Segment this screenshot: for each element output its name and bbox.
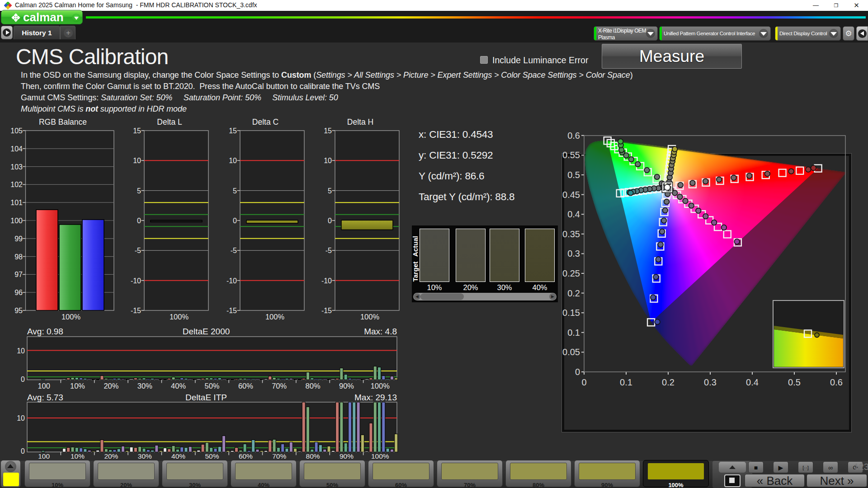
svg-text:RGB Balance: RGB Balance [39, 117, 87, 127]
svg-text:0.5: 0.5 [567, 170, 580, 180]
svg-text:0.15: 0.15 [562, 308, 580, 318]
svg-text:100: 100 [38, 452, 50, 460]
svg-text:0.2: 0.2 [567, 288, 580, 298]
svg-text:0.6: 0.6 [567, 131, 580, 141]
svg-text:-15: -15 [131, 307, 141, 314]
svg-text:0.3: 0.3 [704, 377, 717, 387]
svg-text:70%: 70% [272, 382, 287, 390]
svg-text:0.55: 0.55 [562, 150, 580, 160]
svg-text:20%: 20% [104, 452, 118, 460]
svg-text:0.1: 0.1 [620, 377, 632, 387]
svg-text:0.05: 0.05 [562, 347, 580, 357]
svg-text:-10: -10 [226, 277, 237, 285]
svg-text:5: 5 [233, 187, 237, 195]
svg-text:0: 0 [575, 367, 580, 377]
svg-text:100: 100 [10, 217, 23, 225]
svg-text:10: 10 [133, 157, 141, 164]
svg-text:99: 99 [14, 235, 23, 243]
svg-text:100%: 100% [170, 313, 189, 321]
svg-text:10: 10 [324, 157, 332, 164]
svg-text:97: 97 [14, 271, 23, 278]
svg-text:0: 0 [21, 447, 25, 455]
svg-text:100%: 100% [360, 313, 380, 321]
svg-text:0.3: 0.3 [567, 249, 580, 258]
svg-text:-10: -10 [131, 277, 141, 285]
svg-text:10%: 10% [71, 452, 85, 460]
svg-text:0.1: 0.1 [567, 328, 580, 338]
svg-text:15: 15 [324, 127, 332, 135]
svg-text:0.4: 0.4 [746, 377, 759, 387]
svg-text:30%: 30% [138, 452, 152, 460]
svg-text:10: 10 [17, 414, 25, 422]
svg-text:96: 96 [14, 289, 23, 296]
svg-text:-15: -15 [226, 307, 237, 314]
svg-text:10: 10 [229, 157, 237, 164]
svg-text:Max: 4.8: Max: 4.8 [364, 327, 397, 336]
svg-text:0.4: 0.4 [567, 209, 580, 219]
svg-text:50%: 50% [204, 382, 219, 390]
svg-text:50%: 50% [205, 452, 219, 460]
svg-text:0.25: 0.25 [562, 268, 580, 278]
svg-text:5: 5 [137, 187, 141, 195]
svg-text:Max: 29.13: Max: 29.13 [354, 393, 397, 402]
svg-text:0: 0 [233, 217, 237, 225]
svg-text:30%: 30% [137, 382, 152, 390]
svg-text:-10: -10 [321, 277, 332, 285]
svg-text:102: 102 [10, 181, 23, 188]
svg-text:Delta L: Delta L [157, 117, 182, 127]
svg-text:100%: 100% [371, 382, 390, 390]
svg-text:0.2: 0.2 [662, 377, 675, 387]
svg-text:Avg: 5.73: Avg: 5.73 [27, 393, 63, 402]
svg-text:0: 0 [137, 217, 141, 225]
svg-text:80%: 80% [306, 382, 321, 390]
svg-text:40%: 40% [171, 382, 186, 390]
svg-text:DeltaE 2000: DeltaE 2000 [183, 327, 230, 336]
svg-text:DeltaE ITP: DeltaE ITP [185, 393, 227, 402]
svg-text:0: 0 [21, 375, 25, 383]
svg-text:0.35: 0.35 [562, 229, 580, 239]
svg-text:0.5: 0.5 [788, 377, 801, 387]
svg-text:-5: -5 [231, 247, 237, 254]
svg-text:0: 0 [581, 377, 586, 387]
svg-text:0: 0 [328, 217, 332, 225]
svg-text:101: 101 [10, 199, 23, 206]
svg-text:100%: 100% [265, 313, 285, 321]
svg-text:100%: 100% [61, 313, 81, 321]
svg-text:90%: 90% [340, 452, 354, 460]
svg-text:5: 5 [328, 187, 332, 195]
svg-text:104: 104 [10, 145, 23, 153]
svg-text:95: 95 [14, 307, 23, 314]
svg-text:90%: 90% [339, 382, 354, 390]
svg-text:10: 10 [17, 347, 25, 355]
svg-text:105: 105 [10, 127, 23, 135]
svg-text:Delta C: Delta C [252, 117, 278, 127]
svg-text:-5: -5 [326, 247, 332, 254]
svg-text:Delta H: Delta H [347, 117, 373, 127]
svg-text:40%: 40% [171, 452, 185, 460]
svg-text:15: 15 [229, 127, 237, 135]
svg-text:103: 103 [10, 163, 23, 171]
svg-text:Avg: 0.98: Avg: 0.98 [27, 327, 63, 336]
svg-text:60%: 60% [238, 382, 253, 390]
svg-text:0.45: 0.45 [562, 190, 580, 200]
svg-text:-15: -15 [321, 307, 332, 314]
svg-text:60%: 60% [239, 452, 253, 460]
svg-text:98: 98 [14, 253, 23, 261]
svg-text:20%: 20% [104, 382, 118, 390]
svg-text:100%: 100% [371, 452, 389, 460]
svg-text:80%: 80% [306, 452, 320, 460]
svg-text:0.6: 0.6 [830, 377, 843, 387]
svg-text:10%: 10% [70, 382, 85, 390]
svg-text:70%: 70% [272, 452, 286, 460]
svg-text:100: 100 [38, 382, 50, 390]
svg-text:-5: -5 [135, 247, 141, 254]
svg-text:15: 15 [133, 127, 141, 135]
